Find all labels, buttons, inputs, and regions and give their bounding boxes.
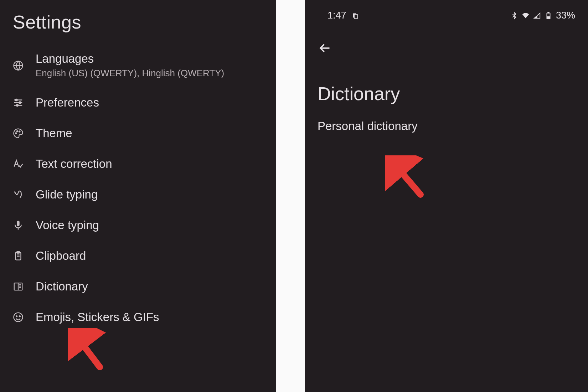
settings-item-text: Preferences bbox=[36, 96, 99, 109]
settings-item-text: Voice typing bbox=[36, 218, 99, 232]
emoji-icon bbox=[13, 312, 24, 323]
palette-icon bbox=[13, 128, 24, 139]
settings-item-text: Text correction bbox=[36, 157, 112, 171]
battery-icon bbox=[545, 12, 552, 20]
settings-item-text: Languages English (US) (QWERTY), Hinglis… bbox=[36, 52, 224, 79]
mic-icon bbox=[13, 220, 24, 231]
svg-point-9 bbox=[17, 131, 18, 132]
settings-list: Languages English (US) (QWERTY), Hinglis… bbox=[0, 38, 276, 332]
item-label: Glide typing bbox=[36, 188, 98, 201]
item-subtitle: English (US) (QWERTY), Hinglish (QWERTY) bbox=[36, 68, 224, 79]
svg-point-22 bbox=[14, 313, 23, 322]
svg-rect-28 bbox=[354, 14, 357, 19]
status-bar-right: 33% bbox=[510, 10, 575, 21]
toolbar bbox=[305, 25, 588, 63]
svg-line-34 bbox=[396, 165, 421, 195]
status-time: 1:47 bbox=[327, 10, 346, 21]
item-label: Emojis, Stickers & GIFs bbox=[36, 310, 159, 324]
settings-item-text-correction[interactable]: Text correction bbox=[0, 149, 276, 179]
item-label: Preferences bbox=[36, 96, 99, 109]
item-label: Theme bbox=[36, 127, 72, 140]
svg-point-23 bbox=[16, 316, 17, 317]
svg-point-5 bbox=[19, 102, 21, 104]
settings-item-text: Dictionary bbox=[36, 280, 88, 293]
annotation-arrow bbox=[68, 328, 110, 372]
settings-item-languages[interactable]: Languages English (US) (QWERTY), Hinglis… bbox=[0, 43, 276, 87]
text-correction-icon bbox=[13, 159, 24, 169]
item-label: Clipboard bbox=[36, 249, 86, 263]
dictionary-item-personal[interactable]: Personal dictionary bbox=[305, 111, 588, 141]
svg-point-3 bbox=[16, 99, 17, 101]
svg-point-24 bbox=[19, 316, 20, 317]
svg-point-10 bbox=[19, 131, 20, 132]
clipboard-icon bbox=[13, 251, 24, 261]
item-label: Personal dictionary bbox=[318, 119, 418, 133]
svg-rect-30 bbox=[548, 12, 549, 13]
settings-item-emojis[interactable]: Emojis, Stickers & GIFs bbox=[0, 302, 276, 332]
sliders-icon bbox=[13, 97, 24, 108]
globe-icon bbox=[13, 60, 24, 71]
settings-item-dictionary[interactable]: Dictionary bbox=[0, 271, 276, 302]
settings-item-text: Glide typing bbox=[36, 188, 98, 201]
svg-rect-31 bbox=[547, 16, 550, 18]
settings-item-text: Emojis, Stickers & GIFs bbox=[36, 310, 159, 324]
svg-rect-14 bbox=[17, 252, 20, 253]
status-bar-left: 1:47 bbox=[327, 10, 359, 21]
settings-item-voice-typing[interactable]: Voice typing bbox=[0, 210, 276, 241]
panel-divider bbox=[276, 0, 305, 392]
signal-icon bbox=[533, 12, 541, 20]
settings-item-text: Clipboard bbox=[36, 249, 86, 263]
dictionary-title: Dictionary bbox=[305, 63, 588, 111]
item-label: Text correction bbox=[36, 157, 112, 171]
book-icon bbox=[13, 281, 24, 292]
status-bar: 1:47 33% bbox=[305, 0, 588, 25]
annotation-arrow bbox=[385, 155, 428, 200]
settings-title: Settings bbox=[0, 0, 276, 38]
back-button[interactable] bbox=[318, 41, 332, 55]
svg-point-8 bbox=[15, 133, 16, 134]
item-label: Voice typing bbox=[36, 218, 99, 232]
settings-panel: Settings Languages English (US) (QWERTY)… bbox=[0, 0, 276, 392]
settings-item-glide-typing[interactable]: Glide typing bbox=[0, 179, 276, 210]
svg-point-7 bbox=[16, 104, 18, 106]
notification-icon bbox=[351, 12, 359, 20]
settings-item-clipboard[interactable]: Clipboard bbox=[0, 241, 276, 271]
settings-item-preferences[interactable]: Preferences bbox=[0, 87, 276, 118]
bluetooth-icon bbox=[510, 12, 518, 20]
wifi-icon bbox=[522, 12, 530, 20]
dictionary-panel: 1:47 33% bbox=[305, 0, 588, 392]
settings-item-text: Theme bbox=[36, 127, 72, 140]
svg-line-26 bbox=[78, 338, 100, 367]
settings-item-theme[interactable]: Theme bbox=[0, 118, 276, 149]
item-label: Languages bbox=[36, 52, 224, 66]
gesture-icon bbox=[13, 189, 24, 200]
battery-percentage: 33% bbox=[556, 10, 575, 21]
item-label: Dictionary bbox=[36, 280, 88, 293]
